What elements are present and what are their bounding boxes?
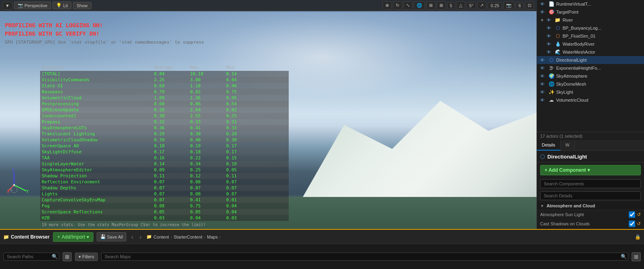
- table-row: ScreenSpace Reflections 0.05 0.05 0.04: [40, 209, 289, 215]
- visibility-eye-icon[interactable]: 👁: [540, 90, 547, 94]
- breadcrumb-content[interactable]: Content: [154, 235, 169, 239]
- property-reset-icon[interactable]: ↺: [637, 221, 641, 227]
- back-button[interactable]: ‹: [130, 233, 135, 241]
- list-item[interactable]: 👁✨SkyLight: [537, 88, 644, 96]
- stat-max: 1.18: [190, 83, 226, 88]
- item-type-icon: ☁: [548, 97, 555, 103]
- list-item[interactable]: 👁💧WaterBodyRiver: [537, 40, 644, 48]
- visibility-eye-icon[interactable]: 👁: [540, 66, 547, 70]
- breadcrumb-startercontent[interactable]: StarterContent: [174, 235, 203, 239]
- forward-button[interactable]: ›: [138, 233, 143, 241]
- stat-min: 0.75: [226, 89, 262, 94]
- visibility-eye-icon[interactable]: 👁: [540, 98, 547, 102]
- breadcrumb-sep-2: ›: [204, 235, 206, 239]
- grid-view-btn[interactable]: ⊞: [63, 252, 72, 261]
- viewport-area: ▼ 📷 Perspective 💡 Lit Show ⊕ ↻ ⤡ 🌐: [0, 0, 537, 229]
- stat-min: 0.01: [226, 197, 262, 203]
- stat-max: 0.12: [190, 173, 226, 179]
- world-icon-btn[interactable]: 🌐: [414, 1, 425, 10]
- list-item[interactable]: 👁⬡DirectionalLight: [537, 56, 644, 64]
- camera-speed-value: 6: [516, 2, 524, 9]
- content-browser-bottom-bar: 🔍 ⊞ ▾ Filters 🔍 ⊞: [0, 244, 644, 269]
- visibility-eye-icon[interactable]: 👁: [540, 10, 547, 14]
- search-components-input[interactable]: [540, 179, 641, 188]
- property-row: Atmosphere Sun Light↺: [537, 210, 644, 219]
- angle-icon-btn[interactable]: △: [456, 1, 465, 10]
- maximize-btn[interactable]: ⊡: [525, 1, 534, 10]
- details-tab-details[interactable]: Details: [537, 140, 561, 151]
- stat-avg: 0.29: [154, 131, 190, 137]
- property-label: Atmosphere Sun Light: [540, 212, 629, 217]
- breadcrumb-maps[interactable]: Maps: [207, 235, 218, 239]
- list-item[interactable]: 👁⬡BP_BuoyancyLog...: [537, 24, 644, 32]
- property-checkbox[interactable]: [629, 221, 635, 227]
- visibility-eye-icon[interactable]: 👁: [547, 18, 553, 22]
- visibility-eye-icon[interactable]: 👁: [547, 26, 553, 30]
- visibility-eye-icon[interactable]: 👁: [540, 82, 547, 86]
- camera-icon-btn[interactable]: 📷: [503, 1, 514, 10]
- visibility-eye-icon[interactable]: 👁: [540, 74, 547, 78]
- angle-value: 5°: [466, 2, 476, 9]
- table-row: [TOTAL] 8.84 10.18 8.14: [40, 71, 289, 77]
- list-item[interactable]: 👁📄RuntimeVirtualT...: [537, 0, 644, 8]
- table-row: VolumetricCloud 1.09 1.36 0.95: [40, 95, 289, 101]
- rotate-icon-btn[interactable]: ↻: [393, 1, 402, 10]
- item-label-text: SkyAtmosphere: [556, 74, 587, 78]
- visibility-eye-icon[interactable]: 👁: [547, 34, 553, 38]
- details-section: Details W ⬡ DirectionalLight + Add Compo…: [537, 140, 644, 229]
- perspective-label: Perspective: [24, 3, 47, 8]
- stat-max: 0.08: [190, 191, 226, 197]
- scale-snap-icon-btn[interactable]: ↗: [477, 1, 486, 10]
- scale-icon-btn[interactable]: ⤡: [403, 1, 413, 10]
- property-reset-icon[interactable]: ↺: [637, 212, 641, 217]
- visibility-eye-icon[interactable]: 👁: [540, 2, 547, 6]
- table-row: Basepass 0.79 0.82 0.75: [40, 89, 289, 95]
- add-import-button[interactable]: + Add/Import ▾: [53, 232, 93, 242]
- stat-max: 0.05: [190, 209, 226, 215]
- property-checkbox[interactable]: [629, 211, 635, 218]
- item-label-text: River: [563, 18, 573, 22]
- search-maps-container: 🔍: [101, 253, 628, 261]
- viewport-dropdown-btn[interactable]: ▼: [2, 2, 12, 10]
- search-details-input[interactable]: [540, 191, 641, 200]
- content-settings-btn[interactable]: ⊞: [632, 252, 641, 261]
- stat-min: 0.38: [226, 137, 262, 143]
- search-paths-input[interactable]: [3, 253, 59, 261]
- stat-min: 0.17: [226, 149, 262, 155]
- stat-avg: 0.68: [154, 83, 190, 88]
- transform-icon-btn[interactable]: ⊕: [383, 1, 392, 10]
- list-item[interactable]: 👁☁VolumetricCloud: [537, 96, 644, 104]
- add-component-button[interactable]: + Add Component ▾: [540, 165, 641, 175]
- perspective-btn[interactable]: 📷 Perspective: [14, 2, 51, 9]
- snap-icon-btn[interactable]: ⊞: [426, 1, 435, 10]
- stat-max: 0.04: [190, 215, 226, 221]
- stat-max: 0.18: [190, 149, 226, 155]
- list-item[interactable]: 👁⬡BP_FluidSim_01: [537, 32, 644, 40]
- filters-button[interactable]: ▾ Filters: [75, 253, 98, 261]
- details-tab-w[interactable]: W: [561, 140, 575, 151]
- item-type-icon: 🎯: [548, 9, 555, 15]
- list-item[interactable]: 👁🌍SkyAtmosphere: [537, 72, 644, 80]
- stat-avg: 0.14: [154, 161, 190, 167]
- list-item[interactable]: 👁🌊WaterMeshActor: [537, 48, 644, 56]
- grid-icon-btn[interactable]: ⊞: [437, 1, 446, 10]
- search-maps-input[interactable]: [101, 253, 628, 261]
- search-paths-icon: 🔍: [52, 254, 58, 259]
- list-item[interactable]: 👁🌫ExponentialHeightFo...: [537, 64, 644, 72]
- stat-name: Postprocessing: [42, 101, 154, 106]
- visibility-eye-icon[interactable]: 👁: [547, 42, 553, 46]
- list-item[interactable]: ▼👁📁River: [537, 16, 644, 24]
- table-row: GPUSceneUpdate 0.28 2.64 0.02: [40, 107, 289, 113]
- list-item[interactable]: 👁🌐SkyDomeMesh: [537, 80, 644, 88]
- table-row: CaptureConvolveSkyEnvMap 0.07 0.41 0.01: [40, 197, 289, 203]
- axis-indicator: X Y Z ⊙: [6, 169, 30, 193]
- list-item[interactable]: 👁🎯TargetPoint: [537, 8, 644, 16]
- atmosphere-cloud-section-header[interactable]: ▼ Atmosphere and Cloud: [537, 202, 644, 210]
- stat-avg: 0.03: [154, 215, 190, 221]
- visibility-eye-icon[interactable]: 👁: [540, 58, 547, 62]
- visibility-eye-icon[interactable]: 👁: [547, 50, 553, 54]
- save-all-button[interactable]: 💾 Save All: [97, 232, 127, 241]
- lit-btn[interactable]: 💡 Lit: [53, 2, 71, 9]
- show-btn[interactable]: Show: [73, 2, 91, 9]
- stat-name: HZB: [42, 215, 154, 221]
